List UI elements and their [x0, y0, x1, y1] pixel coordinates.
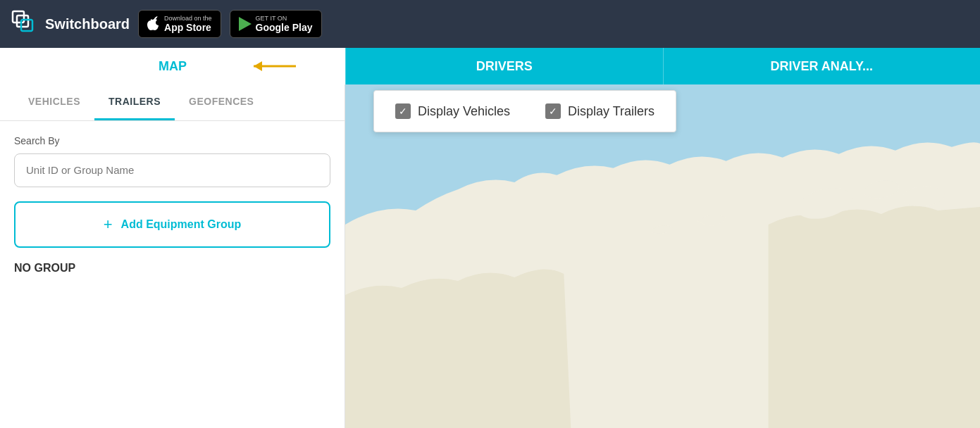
- search-input[interactable]: [26, 164, 318, 176]
- svg-rect-0: [13, 11, 24, 23]
- display-vehicles-option[interactable]: ✓ Display Vehicles: [395, 103, 510, 119]
- tab-drivers[interactable]: DRIVERS: [345, 48, 663, 84]
- app-store-large-text: App Store: [164, 22, 212, 33]
- map-background: [345, 84, 980, 428]
- display-trailers-checkbox[interactable]: ✓: [545, 103, 561, 119]
- plus-icon: +: [104, 215, 113, 234]
- navbar: Switchboard Download on the App Store GE…: [0, 0, 980, 48]
- google-play-button[interactable]: GET IT ON Google Play: [230, 10, 322, 38]
- logo-text: Switchboard: [45, 16, 130, 32]
- main-tabs: MAP DRIVERS DRIVER ANALY...: [0, 48, 980, 84]
- sub-tabs: VEHICLES TRAILERS GEOFENCES: [0, 84, 345, 121]
- sidebar: VEHICLES TRAILERS GEOFENCES Search By + …: [0, 84, 345, 428]
- switchboard-logo-icon: [11, 10, 39, 38]
- tab-map[interactable]: MAP: [0, 48, 345, 84]
- google-play-text: GET IT ON Google Play: [256, 15, 313, 33]
- drivers-tab-label: DRIVERS: [476, 59, 533, 74]
- display-vehicles-checkbox[interactable]: ✓: [395, 103, 411, 119]
- svg-marker-3: [239, 17, 252, 31]
- display-vehicles-label: Display Vehicles: [418, 104, 510, 119]
- tab-trailers[interactable]: TRAILERS: [94, 84, 175, 120]
- tab-vehicles[interactable]: VEHICLES: [14, 84, 94, 120]
- sidebar-content: Search By + Add Equipment Group NO GROUP: [0, 121, 345, 289]
- svg-rect-2: [21, 20, 32, 31]
- driver-analysis-tab-label: DRIVER ANALY...: [770, 59, 873, 74]
- app-store-small-text: Download on the: [164, 15, 212, 22]
- google-play-small-text: GET IT ON: [256, 15, 313, 22]
- search-by-label: Search By: [14, 135, 330, 146]
- tab-driver-analysis[interactable]: DRIVER ANALY...: [663, 48, 981, 84]
- google-play-icon: [239, 17, 252, 31]
- no-group-label: NO GROUP: [14, 262, 330, 275]
- map-tab-label: MAP: [159, 59, 187, 74]
- app-store-text: Download on the App Store: [164, 15, 212, 33]
- map-area: ✓ Display Vehicles ✓ Display Trailers: [345, 84, 980, 428]
- add-group-label: Add Equipment Group: [121, 218, 242, 231]
- app-store-button[interactable]: Download on the App Store: [138, 10, 221, 38]
- display-options-panel: ✓ Display Vehicles ✓ Display Trailers: [373, 90, 676, 132]
- google-play-large-text: Google Play: [256, 22, 313, 33]
- apple-icon: [147, 16, 160, 32]
- add-equipment-group-button[interactable]: + Add Equipment Group: [14, 201, 330, 248]
- svg-rect-1: [17, 15, 28, 27]
- display-trailers-option[interactable]: ✓ Display Trailers: [545, 103, 655, 119]
- svg-marker-5: [254, 61, 262, 71]
- tab-geofences[interactable]: GEOFENCES: [175, 84, 268, 120]
- display-trailers-label: Display Trailers: [568, 104, 655, 119]
- logo-area: Switchboard: [11, 10, 130, 38]
- content-area: VEHICLES TRAILERS GEOFENCES Search By + …: [0, 84, 980, 428]
- map-arrow-icon: [247, 56, 303, 77]
- search-input-container[interactable]: [14, 153, 330, 187]
